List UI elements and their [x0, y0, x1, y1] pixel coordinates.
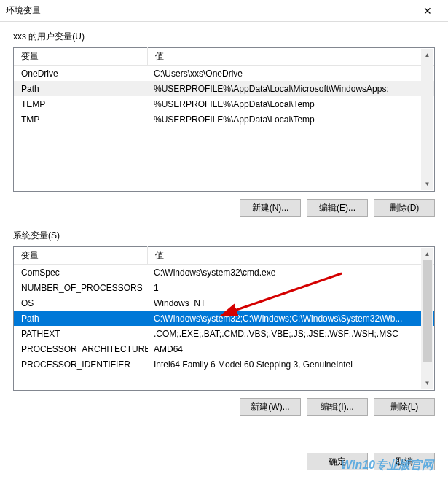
cell-value: 1 [148, 283, 434, 293]
table-row[interactable]: OneDrive C:\Users\xxs\OneDrive [14, 66, 434, 81]
scroll-track[interactable] [421, 260, 433, 377]
cell-value: %USERPROFILE%\AppData\Local\Microsoft\Wi… [148, 84, 434, 94]
table-row[interactable]: NUMBER_OF_PROCESSORS 1 [14, 280, 434, 295]
cell-name: TMP [14, 114, 148, 125]
cell-name: ComSpec [14, 268, 148, 278]
table-row[interactable]: OS Windows_NT [14, 295, 434, 311]
table-row[interactable]: TMP %USERPROFILE%\AppData\Local\Temp [14, 112, 434, 127]
system-vars-table: 变量 值 ComSpec C:\Windows\system32\cmd.exe… [13, 246, 435, 391]
cell-value: C:\Users\xxs\OneDrive [148, 69, 434, 79]
ok-button[interactable]: 确定 [307, 453, 368, 470]
table-row[interactable]: PROCESSOR_IDENTIFIER Intel64 Family 6 Mo… [14, 357, 434, 372]
system-vars-label: 系统变量(S) [13, 230, 435, 242]
cell-name: PROCESSOR_ARCHITECTURE [14, 344, 148, 354]
system-vars-buttons: 新建(W)... 编辑(I)... 删除(L) [13, 398, 435, 416]
cell-name: Path [14, 84, 148, 94]
col-header-value[interactable]: 值 [148, 47, 434, 66]
col-header-value[interactable]: 值 [148, 246, 434, 265]
scroll-down-icon[interactable]: ▼ [421, 178, 433, 190]
user-vars-table: 变量 值 OneDrive C:\Users\xxs\OneDrive Path… [13, 47, 435, 192]
cell-name: OS [14, 298, 148, 308]
table-body: ComSpec C:\Windows\system32\cmd.exe NUMB… [14, 265, 434, 390]
table-row[interactable]: ComSpec C:\Windows\system32\cmd.exe [14, 265, 434, 280]
scroll-track[interactable] [421, 61, 433, 178]
table-row[interactable]: PROCESSOR_ARCHITECTURE AMD64 [14, 341, 434, 357]
delete-button[interactable]: 删除(D) [374, 199, 435, 217]
edit-button[interactable]: 编辑(I)... [307, 398, 368, 416]
new-button[interactable]: 新建(N)... [240, 199, 301, 217]
table-header: 变量 值 [14, 48, 434, 66]
close-icon[interactable]: ✕ [413, 5, 442, 17]
col-header-name[interactable]: 变量 [14, 246, 148, 265]
cell-name: Path [14, 314, 148, 324]
table-row[interactable]: Path %USERPROFILE%\AppData\Local\Microso… [14, 81, 434, 96]
cell-name: OneDrive [14, 69, 148, 79]
cell-name: NUMBER_OF_PROCESSORS [14, 283, 148, 293]
edit-button[interactable]: 编辑(E)... [307, 199, 368, 217]
cell-name: PATHEXT [14, 329, 148, 339]
cell-value: %USERPROFILE%\AppData\Local\Temp [148, 99, 434, 109]
cell-value: Intel64 Family 6 Model 60 Stepping 3, Ge… [148, 359, 434, 370]
dialog-content: xxs 的用户变量(U) 变量 值 OneDrive C:\Users\xxs\… [0, 22, 448, 436]
cell-name: PROCESSOR_IDENTIFIER [14, 359, 148, 370]
scroll-up-icon[interactable]: ▲ [421, 248, 433, 260]
user-vars-label: xxs 的用户变量(U) [13, 31, 435, 43]
cell-value: C:\Windows\system32;C:\Windows;C:\Window… [148, 314, 434, 324]
new-button[interactable]: 新建(W)... [240, 398, 301, 416]
table-row[interactable]: Path C:\Windows\system32;C:\Windows;C:\W… [14, 311, 434, 326]
table-body: OneDrive C:\Users\xxs\OneDrive Path %USE… [14, 66, 434, 191]
cell-name: TEMP [14, 99, 148, 109]
cell-value: %USERPROFILE%\AppData\Local\Temp [148, 114, 434, 125]
scroll-up-icon[interactable]: ▲ [421, 49, 433, 61]
delete-button[interactable]: 删除(L) [374, 398, 435, 416]
table-row[interactable]: TEMP %USERPROFILE%\AppData\Local\Temp [14, 96, 434, 112]
cancel-button[interactable]: 取消 [374, 453, 435, 470]
scrollbar[interactable]: ▲ ▼ [421, 49, 433, 190]
titlebar: 环境变量 ✕ [0, 0, 448, 22]
user-vars-buttons: 新建(N)... 编辑(E)... 删除(D) [13, 199, 435, 217]
window-title: 环境变量 [6, 4, 413, 17]
cell-value: Windows_NT [148, 298, 434, 308]
cell-value: AMD64 [148, 344, 434, 354]
cell-value: .COM;.EXE;.BAT;.CMD;.VBS;.VBE;.JS;.JSE;.… [148, 329, 434, 339]
table-header: 变量 值 [14, 247, 434, 265]
scroll-thumb[interactable] [423, 260, 432, 362]
dialog-buttons: 确定 取消 [307, 453, 435, 470]
scrollbar[interactable]: ▲ ▼ [421, 248, 433, 389]
table-row[interactable]: PATHEXT .COM;.EXE;.BAT;.CMD;.VBS;.VBE;.J… [14, 326, 434, 341]
cell-value: C:\Windows\system32\cmd.exe [148, 268, 434, 278]
scroll-down-icon[interactable]: ▼ [421, 377, 433, 389]
col-header-name[interactable]: 变量 [14, 47, 148, 66]
